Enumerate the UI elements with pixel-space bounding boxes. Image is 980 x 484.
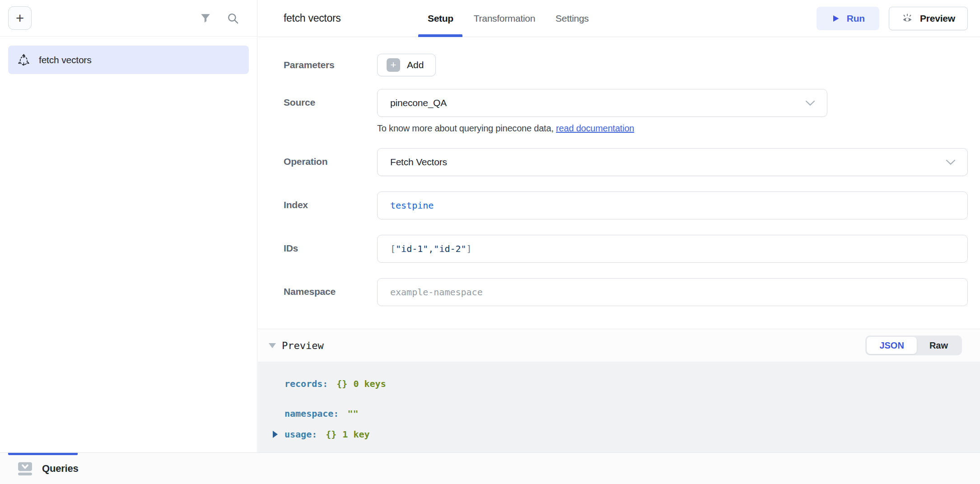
index-code-input[interactable]: testpine bbox=[377, 191, 968, 219]
query-editor-app: + bbox=[0, 0, 980, 484]
active-panel-indicator bbox=[8, 453, 78, 455]
source-select[interactable]: pinecone_QA bbox=[377, 89, 827, 117]
header-actions: Run Preview bbox=[817, 7, 968, 30]
query-sidebar: + bbox=[0, 0, 257, 452]
collapse-triangle-icon[interactable] bbox=[269, 343, 276, 348]
sidebar-header-icons bbox=[199, 12, 239, 24]
index-row: Index testpine bbox=[284, 191, 968, 219]
parameters-row: Parameters + Add bbox=[284, 54, 968, 76]
source-row: Source pinecone_QA To know more about qu… bbox=[284, 89, 968, 134]
index-label: Index bbox=[284, 191, 377, 219]
preview-format-toggle: JSON Raw bbox=[865, 335, 962, 355]
json-key: namespace: bbox=[285, 408, 339, 419]
read-documentation-link[interactable]: read documentation bbox=[556, 123, 634, 133]
namespace-row: Namespace bbox=[284, 278, 968, 306]
ids-row: IDs ["id-1", "id-2"] bbox=[284, 235, 968, 263]
eye-icon bbox=[901, 13, 913, 24]
json-value: {} bbox=[336, 378, 347, 389]
operation-row: Operation Fetch Vectors bbox=[284, 148, 968, 176]
operation-select[interactable]: Fetch Vectors bbox=[377, 148, 968, 176]
sidebar-header: + bbox=[0, 0, 257, 37]
expand-triangle-icon[interactable] bbox=[273, 431, 278, 438]
play-icon bbox=[831, 14, 840, 23]
tab-settings[interactable]: Settings bbox=[555, 0, 588, 37]
tab-bar: Setup Transformation Settings bbox=[428, 0, 589, 37]
preview-button[interactable]: Preview bbox=[889, 7, 968, 30]
json-key: usage: bbox=[285, 429, 317, 440]
json-row-records: records: {} 0 keys bbox=[273, 378, 980, 390]
sidebar-item-fetch-vectors[interactable]: fetch vectors bbox=[8, 46, 249, 74]
queries-panel-icon[interactable] bbox=[17, 460, 33, 477]
bottom-panel-bar: Queries bbox=[0, 452, 980, 484]
toggle-json[interactable]: JSON bbox=[867, 337, 916, 354]
operation-label: Operation bbox=[284, 148, 377, 176]
chevron-down-icon bbox=[805, 100, 815, 106]
plus-icon: + bbox=[387, 58, 400, 72]
sidebar-item-label: fetch vectors bbox=[39, 55, 91, 65]
ids-label: IDs bbox=[284, 235, 377, 263]
parameters-label: Parameters bbox=[284, 54, 377, 76]
source-label: Source bbox=[284, 89, 377, 134]
pinecone-icon bbox=[17, 53, 30, 66]
namespace-input-wrap bbox=[377, 278, 968, 306]
queries-panel-label[interactable]: Queries bbox=[42, 463, 79, 475]
page-title: fetch vectors bbox=[284, 12, 341, 24]
namespace-label: Namespace bbox=[284, 278, 377, 306]
toggle-raw[interactable]: Raw bbox=[917, 337, 961, 354]
preview-section-header: Preview JSON Raw bbox=[258, 329, 980, 362]
add-query-button[interactable]: + bbox=[8, 6, 32, 30]
tab-transformation[interactable]: Transformation bbox=[474, 0, 535, 37]
ids-code-input[interactable]: ["id-1", "id-2"] bbox=[377, 235, 968, 263]
json-key: records: bbox=[285, 378, 328, 389]
chevron-down-icon bbox=[946, 159, 956, 165]
json-meta: 0 keys bbox=[353, 378, 386, 389]
preview-section-title: Preview bbox=[282, 340, 324, 351]
json-row-namespace: namespace: "" bbox=[273, 408, 980, 419]
namespace-input[interactable] bbox=[390, 279, 955, 306]
preview-json-viewer: records: {} 0 keys namespace: "" usage: … bbox=[258, 362, 980, 452]
json-value: "" bbox=[347, 408, 358, 419]
run-button[interactable]: Run bbox=[817, 7, 879, 30]
json-row-usage: usage: {} 1 key bbox=[273, 428, 980, 440]
search-icon[interactable] bbox=[226, 12, 239, 24]
json-meta: 1 key bbox=[342, 429, 369, 440]
filter-icon[interactable] bbox=[199, 12, 212, 24]
json-value: {} bbox=[326, 429, 336, 440]
active-tab-indicator bbox=[418, 34, 462, 37]
main-header: fetch vectors Setup Transformation Setti… bbox=[258, 0, 980, 37]
tab-setup[interactable]: Setup bbox=[428, 0, 453, 37]
setup-form: Parameters + Add Source pinecone_QA bbox=[258, 37, 980, 306]
source-helper-text: To know more about querying pinecone dat… bbox=[377, 123, 968, 134]
add-parameter-button[interactable]: + Add bbox=[377, 54, 436, 76]
